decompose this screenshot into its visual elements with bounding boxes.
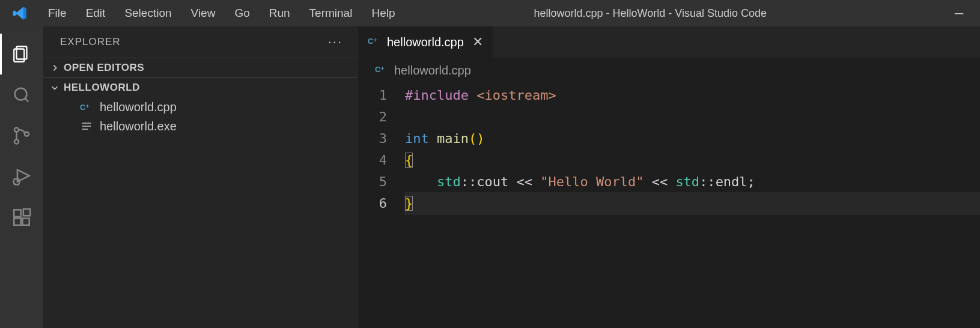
activity-bar bbox=[0, 26, 43, 328]
vscode-logo-icon bbox=[12, 5, 28, 21]
activity-search-icon[interactable] bbox=[0, 74, 43, 115]
exe-file-icon bbox=[79, 119, 94, 133]
window-minimize-button[interactable]: ─ bbox=[945, 0, 973, 26]
window-title: helloworld.cpp - HelloWorld - Visual Stu… bbox=[406, 7, 943, 20]
menu-terminal[interactable]: Terminal bbox=[301, 3, 361, 23]
svg-point-4 bbox=[14, 128, 19, 132]
menu-run[interactable]: Run bbox=[261, 3, 299, 23]
svg-line-13 bbox=[14, 184, 14, 185]
cpp-file-icon: C⁺ bbox=[368, 34, 381, 50]
code-editor[interactable]: 1 2 3 4 5 6 #include <iostream> int main… bbox=[358, 85, 980, 214]
cpp-file-icon: C⁺ bbox=[79, 100, 94, 114]
svg-rect-15 bbox=[14, 210, 20, 216]
activity-extensions-icon[interactable] bbox=[0, 197, 43, 238]
tab-label: helloworld.cpp bbox=[387, 35, 464, 49]
menu-go[interactable]: Go bbox=[226, 3, 258, 23]
sidebar-title: EXPLORER bbox=[60, 36, 121, 48]
svg-rect-16 bbox=[14, 218, 20, 225]
open-editors-label: OPEN EDITORS bbox=[64, 62, 144, 74]
explorer-sidebar: EXPLORER ··· OPEN EDITORS HELLOWORLD C⁺ … bbox=[43, 26, 358, 328]
breadcrumb-file: helloworld.cpp bbox=[394, 64, 471, 77]
editor-tabs: C⁺ helloworld.cpp ✕ bbox=[358, 26, 980, 58]
svg-text:C⁺: C⁺ bbox=[80, 103, 90, 112]
svg-text:C⁺: C⁺ bbox=[368, 36, 377, 45]
activity-source-control-icon[interactable] bbox=[0, 115, 43, 156]
svg-line-14 bbox=[18, 184, 19, 185]
breadcrumb[interactable]: C⁺ helloworld.cpp bbox=[358, 58, 980, 85]
sidebar-more-button[interactable]: ··· bbox=[328, 34, 348, 50]
section-workspace[interactable]: HELLOWORLD bbox=[43, 77, 358, 97]
chevron-down-icon bbox=[49, 84, 60, 92]
menu-selection[interactable]: Selection bbox=[116, 3, 180, 23]
editor-column: C⁺ helloworld.cpp ✕ C⁺ helloworld.cpp 1 … bbox=[358, 26, 980, 328]
svg-line-3 bbox=[25, 99, 29, 102]
file-item-exe[interactable]: helloworld.exe bbox=[43, 117, 358, 136]
file-item-cpp[interactable]: C⁺ helloworld.cpp bbox=[43, 97, 358, 117]
svg-line-11 bbox=[14, 178, 14, 179]
section-open-editors[interactable]: OPEN EDITORS bbox=[43, 58, 358, 77]
menu-file[interactable]: File bbox=[40, 3, 75, 23]
menu-help[interactable]: Help bbox=[363, 3, 403, 23]
file-name-exe: helloworld.exe bbox=[100, 120, 177, 133]
svg-line-12 bbox=[18, 178, 19, 179]
svg-point-2 bbox=[15, 88, 27, 100]
code-lines[interactable]: #include <iostream> int main() { std::co… bbox=[405, 85, 980, 214]
svg-point-5 bbox=[14, 139, 19, 144]
line-number-gutter: 1 2 3 4 5 6 bbox=[361, 85, 405, 214]
svg-rect-18 bbox=[23, 209, 30, 216]
cpp-file-icon: C⁺ bbox=[375, 62, 388, 79]
menu-edit[interactable]: Edit bbox=[78, 3, 114, 23]
title-bar: File Edit Selection View Go Run Terminal… bbox=[0, 0, 980, 26]
activity-explorer-icon[interactable] bbox=[0, 34, 43, 74]
file-name-cpp: helloworld.cpp bbox=[100, 100, 177, 114]
menu-view[interactable]: View bbox=[183, 3, 224, 23]
activity-run-debug-icon[interactable] bbox=[0, 156, 43, 197]
tab-helloworld-cpp[interactable]: C⁺ helloworld.cpp ✕ bbox=[358, 26, 493, 58]
svg-text:C⁺: C⁺ bbox=[375, 65, 385, 74]
workspace-label: HELLOWORLD bbox=[64, 82, 140, 94]
tab-close-button[interactable]: ✕ bbox=[472, 34, 483, 50]
chevron-right-icon bbox=[49, 64, 60, 72]
svg-rect-17 bbox=[22, 218, 29, 225]
